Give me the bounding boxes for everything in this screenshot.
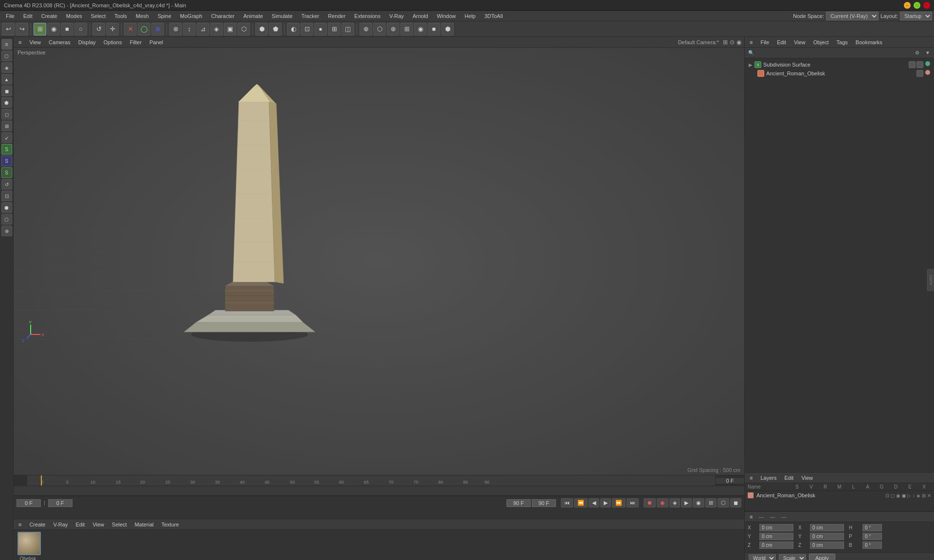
vp-settings-icon[interactable]: ◉ (736, 39, 741, 46)
layer-x-icon[interactable]: ✕ (927, 493, 931, 498)
layers-edit-menu[interactable]: Edit (782, 474, 795, 481)
motion2-button[interactable]: ▶ (681, 498, 692, 508)
om-edit-menu[interactable]: Edit (775, 39, 788, 46)
menu-tracker[interactable]: Tracker (297, 12, 323, 20)
menu-vray[interactable]: V-Ray (385, 12, 408, 20)
attr-z-input[interactable] (759, 542, 793, 549)
playhead[interactable] (41, 475, 42, 486)
viewport-panel-menu[interactable]: Panel (147, 39, 165, 46)
menu-create[interactable]: Create (37, 12, 61, 20)
material-create-menu[interactable]: Create (27, 521, 47, 528)
viewport-canvas[interactable]: X Y Z Perspective Grid Spacing : 500 cm (14, 48, 744, 475)
move-tool-button[interactable]: ⊞ (34, 23, 46, 35)
menu-mograph[interactable]: MoGraph (176, 12, 206, 20)
left-tool-15[interactable]: ⬡ (1, 214, 12, 225)
scale-select[interactable]: Scale (779, 554, 806, 560)
tool-misc-4[interactable]: ⊞ (328, 23, 341, 35)
viewport-cameras-menu[interactable]: Cameras (47, 39, 72, 46)
motion5-button[interactable]: ⬡ (718, 498, 729, 508)
material-material-menu[interactable]: Material (133, 521, 156, 528)
menu-select[interactable]: Select (87, 12, 110, 20)
material-vray-menu[interactable]: V-Ray (51, 521, 70, 528)
current-frame-input[interactable] (48, 499, 72, 507)
motion4-button[interactable]: ⊞ (705, 498, 717, 508)
viewport-display-menu[interactable]: Display (76, 39, 98, 46)
tool-special-2[interactable]: ⬡ (373, 23, 386, 35)
tool-special-4[interactable]: ⊞ (400, 23, 413, 35)
layers-row[interactable]: Ancient_Roman_Obelisk ⊡ ◻ ◉ ◼ ▷ ↕ ◈ ⊞ ✕ (745, 491, 934, 500)
axis-z-button[interactable]: ⊕ (151, 23, 164, 35)
viewport-view-menu[interactable]: View (27, 39, 43, 46)
preview-end-input[interactable] (532, 499, 556, 507)
left-tool-13[interactable]: ⊡ (1, 191, 12, 201)
material-menu-icon[interactable]: ≡ (17, 521, 23, 528)
tool-special-6[interactable]: ■ (428, 23, 440, 35)
tool-render-2[interactable]: ↕ (183, 23, 196, 35)
layer-render-icon[interactable]: ◼ (902, 493, 906, 498)
tool-snap-3[interactable]: ▣ (224, 23, 236, 35)
tool-misc-5[interactable]: ◫ (341, 23, 354, 35)
minimize-button[interactable]: − (904, 2, 911, 9)
material-item[interactable]: Obelisk_ (18, 532, 41, 560)
material-edit-menu[interactable]: Edit (73, 521, 87, 528)
layer-exp-icon[interactable]: ⊞ (922, 493, 926, 498)
left-tool-7[interactable]: ⊞ (1, 121, 12, 131)
om-settings-icon[interactable]: ⚙ (913, 49, 921, 57)
attr-x-input[interactable] (759, 524, 793, 531)
axis-x-button[interactable]: ✕ (124, 23, 137, 35)
layer-lock-icon[interactable]: ◉ (896, 493, 900, 498)
tool-special-3[interactable]: ⊕ (387, 23, 399, 35)
tool-special-5[interactable]: ◉ (414, 23, 427, 35)
attr-x2-input[interactable] (810, 524, 844, 531)
vp-lock-icon[interactable]: ⊙ (730, 39, 735, 46)
layer-deform-icon[interactable]: ◈ (916, 493, 920, 498)
motion-button[interactable]: ◈ (669, 498, 680, 508)
viewport-options-menu[interactable]: Options (102, 39, 124, 46)
om-bookmarks-menu[interactable]: Bookmarks (854, 39, 884, 46)
tool-misc-3[interactable]: ● (314, 23, 327, 35)
material-select-menu[interactable]: Select (110, 521, 129, 528)
menu-window[interactable]: Window (433, 12, 460, 20)
om-object-menu[interactable]: Object (811, 39, 831, 46)
left-tool-2[interactable]: ◈ (1, 62, 12, 73)
transform-tool-button[interactable]: ○ (74, 23, 87, 35)
left-tool-16[interactable]: ⊕ (1, 226, 12, 236)
menu-spine[interactable]: Spine (154, 12, 175, 20)
attr-b-input[interactable] (862, 542, 882, 549)
tool-snap-1[interactable]: ⊿ (197, 23, 209, 35)
scale-tool-button[interactable]: ■ (61, 23, 73, 35)
om-search-icon[interactable]: 🔍 (747, 49, 755, 57)
left-tool-8[interactable]: ↙ (1, 132, 12, 143)
menu-tools[interactable]: Tools (110, 12, 131, 20)
play-forward-button[interactable]: ▶ (600, 498, 611, 508)
record-button[interactable]: ⏺ (644, 498, 656, 508)
play-prev-button[interactable]: ⏪ (574, 498, 588, 508)
attr-z2-input[interactable] (810, 542, 844, 549)
undo-button[interactable]: ↩ (2, 23, 15, 35)
node-space-select[interactable]: Current (V-Ray) (826, 12, 879, 20)
menu-extensions[interactable]: Extensions (350, 12, 384, 20)
obj-row-subdivision[interactable]: ▶ S Subdivision Surface (747, 60, 932, 69)
menu-character[interactable]: Character (207, 12, 238, 20)
material-view-menu[interactable]: View (90, 521, 106, 528)
menu-simulate[interactable]: Simulate (268, 12, 297, 20)
left-tool-10[interactable]: S (1, 156, 12, 166)
layout-select[interactable]: Startup (900, 12, 932, 20)
material-texture-menu[interactable]: Texture (160, 521, 181, 528)
tool-snap-2[interactable]: ◈ (210, 23, 223, 35)
play-back-button[interactable]: ◀ (589, 498, 599, 508)
attr-y-input[interactable] (759, 533, 793, 540)
timeline-track[interactable] (14, 486, 744, 496)
attr-y2-input[interactable] (810, 533, 844, 540)
tool-btn-2[interactable]: ✛ (106, 23, 119, 35)
menu-animate[interactable]: Animate (239, 12, 267, 20)
layer-vis-icon[interactable]: ◻ (891, 493, 895, 498)
menu-help[interactable]: Help (461, 12, 480, 20)
left-tool-12[interactable]: ↺ (1, 179, 12, 190)
om-collapse-icon[interactable]: ▼ (923, 49, 932, 57)
frame-start-input[interactable] (17, 499, 41, 507)
menu-3dtoall[interactable]: 3DToAll (481, 12, 507, 20)
maximize-button[interactable]: □ (914, 2, 920, 9)
vp-fullscreen-icon[interactable]: ⊞ (723, 39, 728, 46)
auto-key-button[interactable]: ◉ (657, 498, 668, 508)
